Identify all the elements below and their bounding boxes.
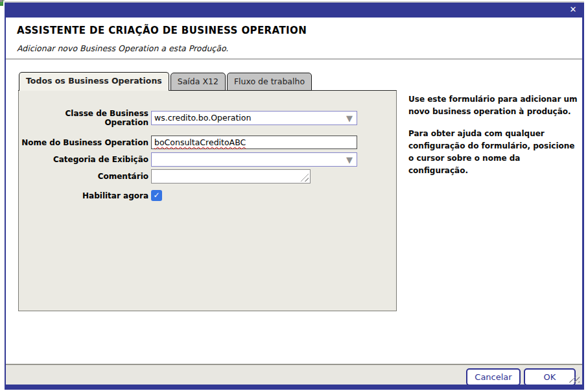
name-input[interactable]: boConsultaCreditoABC	[151, 136, 357, 149]
class-dropdown[interactable]: ws.credito.bo.Operation ▼	[151, 111, 357, 125]
business-operation-form: Classe de Business Operation ws.credito.…	[19, 109, 396, 201]
tab-todos-os-business-operations[interactable]: Todos os Business Operations	[19, 72, 169, 91]
class-dropdown-value: ws.credito.bo.Operation	[154, 112, 251, 124]
form-row-name: Nome do Business Operation boConsultaCre…	[19, 136, 396, 149]
comment-textarea[interactable]	[151, 169, 311, 184]
form-row-category: Categoria de Exibição ▼	[19, 152, 396, 167]
help-paragraph-2: Para obter ajuda com qualquer configuraç…	[408, 128, 578, 177]
chevron-down-icon[interactable]: ▼	[346, 154, 353, 167]
ok-button[interactable]: OK	[524, 368, 576, 386]
enable-now-checkbox[interactable]: ✓	[151, 190, 162, 201]
help-text: Use este formulário para adicionar um no…	[408, 93, 578, 187]
tab-saida-x12[interactable]: Saída X12	[171, 73, 226, 91]
enable-now-label: Habilitar agora	[19, 191, 151, 200]
page-subtitle: Adicionar novo Business Operation a esta…	[17, 43, 228, 53]
chevron-down-icon[interactable]: ▼	[346, 112, 353, 125]
tab-content-panel: Classe de Business Operation ws.credito.…	[18, 90, 397, 311]
dialog-body: ASSISTENTE DE CRIAÇÃO DE BUSINESS OPERAT…	[5, 18, 584, 386]
business-operation-wizard-dialog: ✕ ASSISTENTE DE CRIAÇÃO DE BUSINESS OPER…	[5, 1, 584, 390]
header-divider	[6, 58, 582, 60]
dialog-titlebar: ✕	[5, 3, 584, 18]
name-input-value: boConsultaCreditoABC	[154, 137, 246, 148]
category-dropdown[interactable]: ▼	[151, 152, 357, 167]
form-row-enable: Habilitar agora ✓	[19, 190, 396, 201]
form-row-class: Classe de Business Operation ws.credito.…	[19, 109, 396, 127]
form-row-comment: Comentário	[19, 169, 396, 184]
page-title: ASSISTENTE DE CRIAÇÃO DE BUSINESS OPERAT…	[17, 25, 307, 36]
resize-grip-icon[interactable]	[300, 173, 309, 182]
help-paragraph-1: Use este formulário para adicionar um no…	[408, 93, 578, 118]
name-field-label: Nome do Business Operation	[19, 138, 151, 147]
comment-field-label: Comentário	[19, 172, 151, 181]
background-text-speck	[0, 0, 3, 2]
close-icon[interactable]: ✕	[568, 5, 578, 15]
tab-fluxo-de-trabalho[interactable]: Fluxo de trabalho	[227, 73, 312, 91]
dialog-footer: Cancelar OK	[6, 364, 582, 385]
class-field-label: Classe de Business Operation	[19, 109, 151, 127]
dialog-bottom-bar	[5, 385, 584, 390]
cancel-button[interactable]: Cancelar	[466, 368, 521, 386]
category-field-label: Categoria de Exibição	[19, 155, 151, 164]
tab-bar: Todos os Business Operations Saída X12 F…	[19, 72, 313, 91]
